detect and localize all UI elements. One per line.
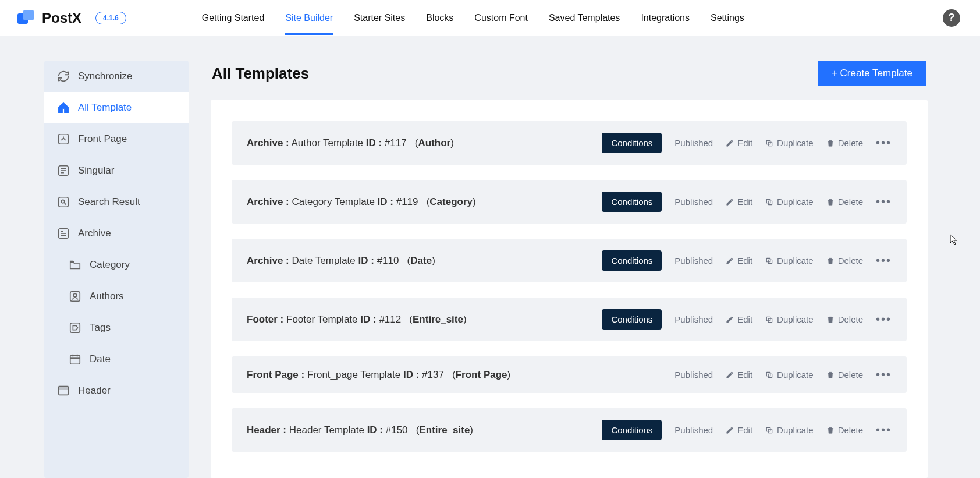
duplicate-action[interactable]: Duplicate xyxy=(765,314,814,324)
sidebar-item-date[interactable]: Date xyxy=(44,344,189,375)
conditions-button[interactable]: Conditions xyxy=(602,420,662,440)
authors-icon xyxy=(69,290,81,303)
sidebar-item-authors[interactable]: Authors xyxy=(44,281,189,312)
help-icon[interactable]: ? xyxy=(943,9,960,27)
sidebar-item-label: Archive xyxy=(78,228,111,239)
template-row: Header : Header Template ID : #150 (Enti… xyxy=(232,408,907,452)
edit-action[interactable]: Edit xyxy=(726,256,752,265)
more-icon[interactable]: ••• xyxy=(876,136,892,150)
sidebar-item-label: Date xyxy=(90,353,111,365)
sync-icon xyxy=(57,70,70,83)
page-title: All Templates xyxy=(212,65,309,83)
version-badge: 4.1.6 xyxy=(95,12,126,24)
logo-icon xyxy=(17,10,36,26)
topnav-item-blocks[interactable]: Blocks xyxy=(426,2,453,34)
duplicate-action[interactable]: Duplicate xyxy=(765,425,814,435)
topnav-item-settings[interactable]: Settings xyxy=(711,2,744,34)
svg-rect-2 xyxy=(59,134,69,144)
status-published: Published xyxy=(674,425,713,435)
topnav-item-integrations[interactable]: Integrations xyxy=(641,2,690,34)
sidebar-item-header[interactable]: Header xyxy=(44,375,189,406)
status-published: Published xyxy=(674,370,713,380)
delete-action[interactable]: Delete xyxy=(826,314,863,324)
template-actions: ConditionsPublishedEditDuplicateDelete••… xyxy=(602,133,892,153)
svg-rect-1 xyxy=(23,10,34,20)
template-actions: ConditionsPublishedEditDuplicateDelete••… xyxy=(602,192,892,212)
more-icon[interactable]: ••• xyxy=(876,254,892,267)
more-icon[interactable]: ••• xyxy=(876,423,892,437)
more-icon[interactable]: ••• xyxy=(876,313,892,326)
template-label: Archive : Date Template ID : #110 (Date) xyxy=(247,255,435,267)
duplicate-action[interactable]: Duplicate xyxy=(765,370,814,380)
svg-rect-17 xyxy=(70,356,80,364)
status-published: Published xyxy=(674,197,713,207)
content: All Templates + Create Template Archive … xyxy=(211,61,928,478)
conditions-button[interactable]: Conditions xyxy=(602,192,662,212)
edit-action[interactable]: Edit xyxy=(726,425,752,435)
svg-point-8 xyxy=(61,200,65,203)
conditions-button[interactable]: Conditions xyxy=(602,309,662,330)
sidebar-item-front-page[interactable]: Front Page xyxy=(44,123,189,155)
sidebar-item-label: Tags xyxy=(90,322,111,334)
sidebar-item-label: Search Result xyxy=(78,196,140,208)
duplicate-action[interactable]: Duplicate xyxy=(765,197,814,207)
template-label: Archive : Category Template ID : #119 (C… xyxy=(247,196,476,208)
template-row: Archive : Category Template ID : #119 (C… xyxy=(232,180,907,224)
edit-action[interactable]: Edit xyxy=(726,197,752,207)
topnav-item-site-builder[interactable]: Site Builder xyxy=(285,2,333,34)
sidebar-item-label: All Template xyxy=(78,102,132,114)
conditions-button[interactable]: Conditions xyxy=(602,250,662,271)
svg-rect-22 xyxy=(59,387,69,390)
delete-action[interactable]: Delete xyxy=(826,425,863,435)
svg-line-9 xyxy=(65,203,66,205)
front-icon xyxy=(57,133,70,146)
status-published: Published xyxy=(674,256,713,265)
sidebar-item-all-template[interactable]: All Template xyxy=(44,92,189,123)
status-published: Published xyxy=(674,138,713,148)
sidebar: SynchronizeAll TemplateFront PageSingula… xyxy=(44,61,189,478)
template-row: Footer : Footer Template ID : #112 (Enti… xyxy=(232,298,907,341)
create-template-button[interactable]: + Create Template xyxy=(818,61,926,86)
template-label: Header : Header Template ID : #150 (Enti… xyxy=(247,424,473,436)
topnav-item-saved-templates[interactable]: Saved Templates xyxy=(549,2,620,34)
topnav-item-starter-sites[interactable]: Starter Sites xyxy=(354,2,405,34)
sidebar-item-singular[interactable]: Singular xyxy=(44,155,189,186)
duplicate-action[interactable]: Duplicate xyxy=(765,138,814,148)
sidebar-item-archive[interactable]: Archive xyxy=(44,218,189,249)
top-navigation: Getting StartedSite BuilderStarter Sites… xyxy=(202,2,744,34)
template-row: Front Page : Front_page Template ID : #1… xyxy=(232,356,907,393)
svg-rect-14 xyxy=(70,292,80,302)
sidebar-item-search-result[interactable]: Search Result xyxy=(44,186,189,218)
conditions-button[interactable]: Conditions xyxy=(602,133,662,153)
more-icon[interactable]: ••• xyxy=(876,195,892,208)
topnav-item-getting-started[interactable]: Getting Started xyxy=(202,2,265,34)
template-label: Footer : Footer Template ID : #112 (Enti… xyxy=(247,314,467,325)
template-label: Front Page : Front_page Template ID : #1… xyxy=(247,369,510,381)
template-actions: ConditionsPublishedEditDuplicateDelete••… xyxy=(602,309,892,330)
sidebar-item-tags[interactable]: Tags xyxy=(44,312,189,344)
delete-action[interactable]: Delete xyxy=(826,370,863,380)
sidebar-item-category[interactable]: Category xyxy=(44,249,189,281)
sidebar-item-label: Authors xyxy=(90,291,124,302)
more-icon[interactable]: ••• xyxy=(876,368,892,381)
edit-action[interactable]: Edit xyxy=(726,138,752,148)
topnav-item-custom-font[interactable]: Custom Font xyxy=(474,2,528,34)
svg-rect-16 xyxy=(70,323,80,333)
archive-icon xyxy=(57,227,70,240)
delete-action[interactable]: Delete xyxy=(826,256,863,265)
template-actions: PublishedEditDuplicateDelete••• xyxy=(674,368,892,381)
home-icon xyxy=(57,101,70,114)
delete-action[interactable]: Delete xyxy=(826,197,863,207)
edit-action[interactable]: Edit xyxy=(726,370,752,380)
sidebar-item-label: Synchronize xyxy=(78,70,133,82)
sidebar-item-label: Header xyxy=(78,385,111,396)
svg-point-15 xyxy=(73,293,77,297)
sidebar-item-label: Category xyxy=(90,259,130,271)
search-icon xyxy=(57,196,70,208)
delete-action[interactable]: Delete xyxy=(826,138,863,148)
edit-action[interactable]: Edit xyxy=(726,314,752,324)
duplicate-action[interactable]: Duplicate xyxy=(765,256,814,265)
sidebar-item-synchronize[interactable]: Synchronize xyxy=(44,61,189,92)
brand-logo[interactable]: PostX 4.1.6 xyxy=(17,10,126,26)
folder-icon xyxy=(69,259,81,271)
